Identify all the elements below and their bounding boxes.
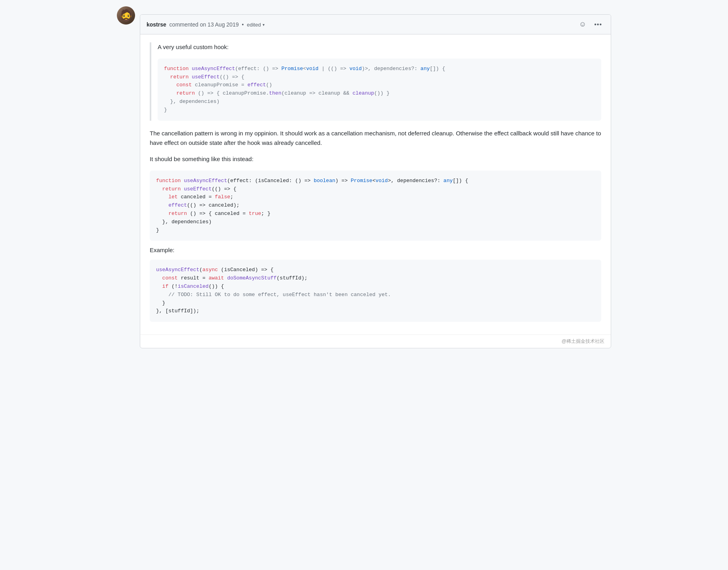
more-options-button[interactable]: ••• bbox=[592, 19, 604, 30]
watermark: @稀土掘金技术社区 bbox=[140, 334, 611, 348]
comment-wrapper: 🧔 kostrse commented on 13 Aug 2019 • edi… bbox=[111, 0, 617, 363]
comment-header-left: kostrse commented on 13 Aug 2019 • edite… bbox=[147, 21, 265, 28]
prose-paragraph-1: The cancellation pattern is wrong in my … bbox=[150, 129, 601, 148]
example-label: Example: bbox=[150, 245, 601, 255]
avatar-column: 🧔 bbox=[117, 6, 135, 356]
edited-badge: edited ▾ bbox=[247, 22, 264, 28]
chevron-down-icon[interactable]: ▾ bbox=[263, 23, 265, 27]
blockquote-intro: A very useful custom hook: bbox=[158, 42, 601, 52]
code-block-3: useAsyncEffect(async (isCanceled) => { c… bbox=[150, 260, 601, 322]
comment-author[interactable]: kostrse bbox=[147, 21, 166, 28]
comment-box: kostrse commented on 13 Aug 2019 • edite… bbox=[140, 14, 611, 348]
comment-header: kostrse commented on 13 Aug 2019 • edite… bbox=[140, 15, 611, 34]
comment-meta: kostrse commented on 13 Aug 2019 • edite… bbox=[147, 21, 265, 28]
emoji-reaction-button[interactable]: ☺ bbox=[577, 19, 588, 30]
avatar: 🧔 bbox=[117, 6, 135, 25]
edited-label: edited bbox=[247, 22, 261, 28]
code-block-1: function useAsyncEffect(effect: () => Pr… bbox=[158, 59, 601, 121]
comment-header-right: ☺ ••• bbox=[577, 19, 604, 30]
comment-column: kostrse commented on 13 Aug 2019 • edite… bbox=[140, 6, 611, 356]
comment-body: A very useful custom hook: function useA… bbox=[140, 34, 611, 334]
comment-date: commented on 13 Aug 2019 bbox=[170, 21, 239, 28]
code-block-2: function useAsyncEffect(effect: (isCance… bbox=[150, 171, 601, 241]
watermark-text: @稀土掘金技术社区 bbox=[562, 338, 604, 344]
prose-paragraph-2: It should be something like this instead… bbox=[150, 154, 601, 164]
avatar-image: 🧔 bbox=[119, 10, 133, 21]
blockquote-section: A very useful custom hook: function useA… bbox=[150, 42, 601, 121]
